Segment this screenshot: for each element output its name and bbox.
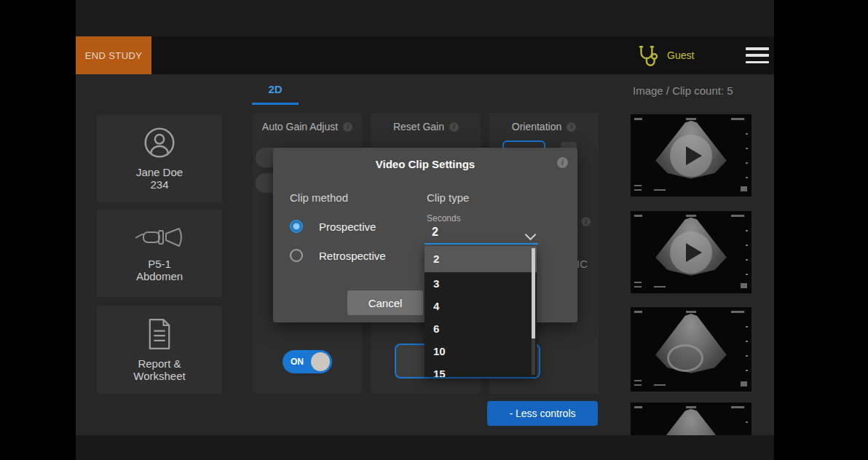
on-toggle[interactable]: ON (283, 350, 332, 373)
seconds-dropdown: 2 3 4 6 10 15 (425, 246, 537, 377)
toggle-knob (311, 352, 330, 371)
radio-prospective[interactable]: Prospective (290, 220, 376, 233)
thumb-annotation (634, 286, 642, 288)
ultrasound-structure (667, 344, 703, 372)
thumb-annotation (741, 283, 747, 288)
depth-tick (746, 370, 748, 371)
cancel-button[interactable]: Cancel (347, 290, 423, 315)
clip-count: Image / Clip count: 5 (633, 84, 733, 97)
info-icon[interactable]: i (557, 157, 568, 168)
dropdown-option[interactable]: 3 (425, 272, 537, 295)
report-worksheet-card[interactable]: Report & Worksheet (97, 306, 222, 394)
radio-selected-icon[interactable] (290, 220, 303, 233)
thumb-annotation (686, 118, 696, 120)
scrollbar-thumb[interactable] (532, 248, 535, 338)
thumb-annotation (741, 381, 747, 386)
thumb-annotation (634, 118, 642, 120)
reset-gain-label: Reset Gain (393, 121, 444, 132)
thumb-annotation (731, 311, 744, 313)
probe-icon (133, 224, 186, 250)
patient-card[interactable]: Jane Doe 234 (97, 115, 222, 202)
info-icon[interactable]: i (449, 122, 459, 132)
probe-preset: Abdomen (136, 270, 183, 282)
thumb-annotation (686, 311, 696, 313)
app-stage: END STUDY Guest 2D Jane Doe 234 (76, 0, 774, 460)
select-underline (425, 243, 538, 245)
depth-tick (746, 133, 748, 135)
radio-retrospective[interactable]: Retrospective (290, 249, 386, 262)
depth-tick (746, 148, 748, 149)
thumb-annotation (654, 384, 666, 386)
thumb-annotation (731, 406, 744, 408)
report-label-line1: Report & (138, 357, 181, 370)
bottom-letterbox (76, 435, 774, 460)
prospective-label: Prospective (319, 221, 376, 233)
seconds-label: Seconds (427, 213, 461, 223)
end-study-button[interactable]: END STUDY (76, 36, 151, 74)
thumb-annotation (634, 189, 642, 191)
depth-tick (746, 177, 748, 178)
dropdown-option[interactable]: 2 (425, 246, 537, 272)
image-thumbnail[interactable] (631, 307, 751, 392)
less-controls-button[interactable]: - Less controls (487, 401, 598, 426)
thumb-annotation (634, 215, 642, 217)
clip-thumbnail[interactable] (631, 211, 751, 293)
thumb-annotation (634, 384, 642, 386)
thumb-annotation (686, 215, 696, 217)
depth-tick (746, 162, 748, 164)
thumb-annotation (634, 185, 642, 186)
report-label-line2: Worksheet (133, 370, 185, 382)
dropdown-option[interactable]: 6 (425, 317, 537, 340)
clip-count-label: Image / Clip count: (633, 84, 724, 97)
dropdown-option[interactable]: 10 (425, 340, 537, 362)
depth-tick (746, 326, 748, 328)
tab-2d[interactable]: 2D (252, 80, 299, 105)
probe-model: P5-1 (148, 258, 171, 270)
hamburger-menu-icon[interactable] (746, 47, 769, 63)
top-bar: END STUDY Guest (76, 36, 774, 74)
clip-thumbnail[interactable] (631, 114, 751, 197)
thumb-annotation (634, 282, 642, 283)
thumb-annotation (634, 406, 642, 408)
depth-tick (746, 274, 748, 275)
user-name[interactable]: Guest (667, 49, 694, 61)
document-icon (145, 318, 174, 350)
clip-method-label: Clip method (290, 191, 348, 204)
stethoscope-icon (635, 44, 660, 68)
modal-title: Video Clip Settings (273, 158, 577, 170)
dropdown-option[interactable]: 15 (425, 362, 537, 377)
info-icon[interactable]: i (581, 217, 591, 226)
auto-gain-label: Auto Gain Adjust (262, 121, 338, 132)
chevron-down-icon[interactable] (525, 229, 537, 241)
thumb-annotation (731, 118, 744, 120)
radio-unselected-icon[interactable] (290, 249, 303, 262)
tab-2d-label: 2D (268, 83, 282, 95)
play-icon[interactable] (670, 231, 712, 274)
depth-tick (746, 355, 748, 357)
top-upper-strip (76, 0, 774, 36)
clip-type-label: Clip type (427, 191, 469, 204)
depth-tick (746, 230, 748, 231)
thumb-annotation (654, 286, 666, 288)
retrospective-label: Retrospective (319, 250, 386, 262)
clip-count-value: 5 (727, 84, 733, 97)
seconds-select[interactable]: 2 (432, 226, 438, 239)
play-icon[interactable] (670, 135, 712, 177)
patient-id: 234 (150, 178, 168, 191)
thumb-annotation (634, 380, 642, 381)
info-icon[interactable]: i (343, 122, 352, 132)
thumb-annotation (654, 189, 666, 191)
orientation-label: Orientation (512, 121, 561, 132)
info-icon[interactable]: i (567, 122, 576, 132)
thumb-annotation (741, 186, 747, 191)
thumb-annotation (731, 215, 744, 217)
thumb-annotation (634, 311, 642, 313)
tab-active-underline (252, 103, 299, 105)
dropdown-option[interactable]: 4 (425, 295, 537, 317)
person-icon (143, 127, 175, 159)
thumb-annotation (686, 406, 696, 408)
toggle-on-label: ON (291, 357, 304, 367)
depth-tick (746, 421, 748, 423)
patient-name: Jane Doe (136, 166, 183, 178)
probe-card[interactable]: P5-1 Abdomen (97, 210, 222, 297)
